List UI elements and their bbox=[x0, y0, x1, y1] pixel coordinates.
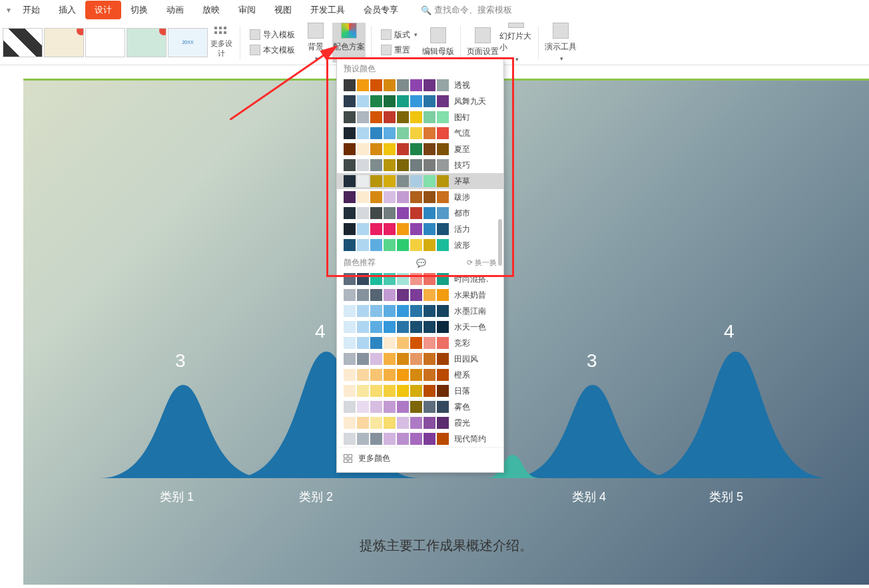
color-swatch bbox=[424, 369, 435, 381]
template-gallery[interactable]: 20XX bbox=[3, 28, 208, 57]
color-swatch bbox=[397, 417, 409, 429]
tab-insert[interactable]: 插入 bbox=[49, 1, 85, 19]
color-swatch bbox=[424, 433, 435, 445]
tab-start[interactable]: 开始 bbox=[13, 1, 49, 19]
tab-animation[interactable]: 动画 bbox=[157, 1, 193, 19]
color-scheme-button[interactable]: 配色方案 bbox=[332, 23, 366, 63]
peak-value: 3 bbox=[587, 350, 597, 372]
color-swatch bbox=[437, 79, 449, 91]
color-swatch bbox=[384, 79, 396, 91]
color-swatch bbox=[344, 79, 356, 91]
color-swatch bbox=[370, 273, 382, 285]
template-thumb[interactable] bbox=[3, 28, 43, 57]
color-swatches bbox=[344, 223, 449, 235]
color-swatch bbox=[397, 401, 409, 413]
color-scheme-row[interactable]: 都市 bbox=[337, 205, 503, 221]
tab-design[interactable]: 设计 bbox=[85, 1, 121, 19]
template-thumb[interactable]: 20XX bbox=[168, 28, 208, 57]
slide-size-button[interactable]: 幻灯片大小 bbox=[499, 23, 533, 63]
color-swatches bbox=[344, 273, 449, 285]
color-scheme-row[interactable]: 水天一色 bbox=[337, 319, 503, 335]
preset-colors-header: 预设颜色 bbox=[337, 59, 503, 77]
edit-master-button[interactable]: 编辑母版 bbox=[422, 23, 455, 63]
color-swatch bbox=[344, 273, 356, 285]
color-scheme-row[interactable]: 竞彩 bbox=[337, 335, 503, 351]
color-swatch bbox=[397, 159, 409, 171]
color-swatch bbox=[344, 207, 356, 219]
search-box[interactable]: 🔍 查找命令、搜索模板 bbox=[421, 4, 512, 16]
color-scheme-row[interactable]: 透视 bbox=[337, 77, 503, 93]
import-template-button[interactable]: 导入模板 bbox=[250, 29, 295, 41]
search-icon: 🔍 bbox=[421, 5, 432, 15]
template-thumb[interactable] bbox=[127, 28, 166, 57]
color-swatch bbox=[370, 207, 382, 219]
template-thumb[interactable] bbox=[85, 28, 125, 57]
tab-view[interactable]: 视图 bbox=[265, 1, 301, 19]
slide-size-icon bbox=[508, 23, 524, 28]
color-swatch bbox=[370, 223, 382, 235]
color-scheme-row[interactable]: 图钉 bbox=[337, 109, 503, 125]
color-scheme-name: 霞光 bbox=[454, 418, 470, 429]
more-colors-button[interactable]: 更多颜色 bbox=[337, 447, 503, 469]
color-swatch bbox=[384, 175, 396, 187]
reset-button[interactable]: 重置 bbox=[381, 45, 418, 56]
color-swatch bbox=[357, 353, 369, 365]
color-scheme-row[interactable]: 夏至 bbox=[337, 141, 503, 157]
color-scheme-row[interactable]: 气流 bbox=[337, 125, 503, 141]
color-scheme-row[interactable]: 跋涉 bbox=[337, 189, 503, 205]
color-scheme-row[interactable]: 凤舞九天 bbox=[337, 93, 503, 109]
color-scheme-name: 竞彩 bbox=[454, 338, 470, 349]
color-swatch bbox=[370, 321, 382, 333]
color-scheme-row[interactable]: 水果奶昔 bbox=[337, 287, 503, 303]
color-swatch bbox=[384, 433, 396, 445]
color-swatch bbox=[344, 417, 356, 429]
color-scheme-row[interactable]: 水墨江南 bbox=[337, 303, 503, 319]
tab-review[interactable]: 审阅 bbox=[229, 1, 265, 19]
dropdown-arrow-icon[interactable]: ▾ bbox=[7, 5, 11, 15]
template-thumb[interactable] bbox=[44, 28, 84, 57]
color-swatch bbox=[370, 305, 382, 317]
color-scheme-row[interactable]: 田园风 bbox=[337, 351, 503, 367]
color-swatch bbox=[424, 417, 435, 429]
tab-show[interactable]: 放映 bbox=[193, 1, 229, 19]
color-swatch bbox=[437, 175, 449, 187]
page-setup-button[interactable]: 页面设置 bbox=[466, 23, 499, 63]
color-swatch bbox=[384, 207, 396, 219]
color-swatch bbox=[424, 207, 435, 219]
background-button[interactable]: 背景 bbox=[299, 23, 332, 63]
color-scheme-row[interactable]: 日落 bbox=[337, 383, 503, 399]
color-scheme-name: 水果奶昔 bbox=[454, 290, 486, 301]
color-swatch bbox=[357, 159, 369, 171]
tab-transition[interactable]: 切换 bbox=[121, 1, 157, 19]
dropdown-scrollbar[interactable] bbox=[498, 219, 502, 266]
tab-devtools[interactable]: 开发工具 bbox=[301, 1, 354, 19]
color-scheme-name: 日落 bbox=[454, 386, 470, 397]
color-swatch bbox=[384, 417, 396, 429]
color-scheme-row[interactable]: 现代简约 bbox=[337, 431, 503, 447]
color-scheme-row[interactable]: 霞光 bbox=[337, 415, 503, 431]
color-swatch bbox=[424, 127, 435, 139]
peak-value: 4 bbox=[315, 321, 326, 342]
color-swatch bbox=[410, 305, 422, 317]
peak-value: 4 bbox=[724, 321, 734, 342]
color-swatches bbox=[344, 191, 449, 203]
local-template-button[interactable]: 本文模板 bbox=[250, 45, 295, 56]
color-swatch bbox=[424, 353, 435, 365]
layout-button[interactable]: 版式 bbox=[381, 29, 418, 41]
presentation-tools-button[interactable]: 演示工具 bbox=[544, 23, 577, 63]
color-scheme-name: 夏至 bbox=[454, 144, 470, 155]
color-scheme-row[interactable]: 雾色 bbox=[337, 399, 503, 415]
more-designs-button[interactable]: 更多设计 bbox=[208, 27, 234, 59]
refresh-link[interactable]: ⟳ 换一换 bbox=[467, 258, 497, 268]
color-swatches bbox=[344, 305, 449, 317]
color-scheme-row[interactable]: 橙系 bbox=[337, 367, 503, 383]
color-scheme-row[interactable]: 波形 bbox=[337, 237, 503, 253]
color-scheme-row[interactable]: 技巧 bbox=[337, 157, 503, 173]
color-swatches bbox=[344, 79, 449, 91]
color-swatch bbox=[397, 111, 409, 123]
color-scheme-row[interactable]: 活力 bbox=[337, 221, 503, 237]
color-scheme-row[interactable]: 时尚混搭. bbox=[337, 271, 503, 287]
tab-vip[interactable]: 会员专享 bbox=[354, 1, 408, 19]
color-scheme-row[interactable]: 茅草 bbox=[337, 173, 503, 189]
color-swatch bbox=[437, 95, 449, 107]
